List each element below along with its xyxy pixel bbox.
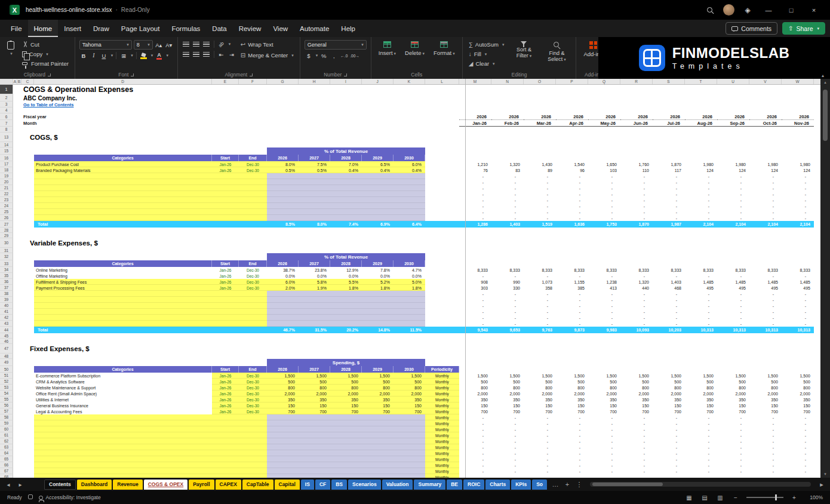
cell-month-value[interactable]: - bbox=[653, 438, 685, 444]
cell-month-value[interactable]: - bbox=[620, 203, 653, 209]
cell-empty-category[interactable] bbox=[34, 209, 212, 215]
column-header-categories[interactable]: Categories bbox=[34, 155, 212, 161]
row-header[interactable]: 34 bbox=[0, 267, 13, 273]
cell-empty-end[interactable] bbox=[239, 450, 267, 456]
cell-year-value[interactable]: 7.0% bbox=[330, 161, 362, 167]
cell-total-month-value[interactable]: 1,987 bbox=[653, 221, 685, 228]
row-header[interactable]: 50 bbox=[0, 366, 13, 373]
cell-year-value[interactable]: 0.0% bbox=[330, 273, 362, 279]
cell-month-value[interactable]: - bbox=[717, 309, 749, 315]
cell-month-value[interactable]: - bbox=[556, 309, 588, 315]
cell-periodicity[interactable]: Monthly bbox=[425, 444, 459, 450]
cell-month-value[interactable]: 1,073 bbox=[524, 279, 556, 285]
row-header[interactable]: 65 bbox=[0, 456, 13, 462]
cell-month-value[interactable]: 96 bbox=[556, 167, 588, 173]
row-header[interactable]: 18 bbox=[0, 167, 13, 173]
cut-button[interactable]: Cut bbox=[20, 40, 70, 49]
cell-fiscal-year-label[interactable]: Fiscal year bbox=[21, 113, 93, 120]
cell-start[interactable]: Jan-26 bbox=[212, 373, 239, 379]
cell-empty-values[interactable] bbox=[267, 438, 425, 444]
cell-month[interactable]: Aug-26 bbox=[685, 120, 717, 127]
cell-empty-start[interactable] bbox=[212, 191, 239, 197]
cell-year-value[interactable]: 150 bbox=[330, 402, 362, 408]
column-header-year[interactable]: 2026 bbox=[267, 155, 299, 161]
cell-empty-category[interactable] bbox=[34, 321, 212, 327]
cell-month-value[interactable]: 1,980 bbox=[749, 161, 782, 167]
cell-month-value[interactable]: - bbox=[556, 303, 588, 309]
cell-month-value[interactable]: - bbox=[717, 456, 749, 462]
cell-company[interactable]: ABC Company Inc. bbox=[21, 94, 201, 102]
column-header-year[interactable]: 2030 bbox=[394, 155, 425, 161]
row-header[interactable]: 53 bbox=[0, 385, 13, 391]
row-header[interactable]: 2 bbox=[0, 94, 13, 102]
cell-total-month-value[interactable]: 10,203 bbox=[653, 327, 685, 333]
cell-empty-values[interactable] bbox=[267, 420, 425, 426]
search-button[interactable] bbox=[702, 3, 718, 17]
cell-month-value[interactable]: 700 bbox=[749, 408, 782, 414]
cell-month-value[interactable]: 350 bbox=[749, 397, 782, 402]
cell-month-value[interactable]: - bbox=[749, 309, 782, 315]
cell-month-value[interactable]: - bbox=[524, 426, 556, 432]
cell-month-value[interactable]: - bbox=[685, 185, 717, 191]
cell-start[interactable]: Jan-26 bbox=[212, 397, 239, 402]
cell-end[interactable]: Dec-30 bbox=[239, 161, 267, 167]
cell-year[interactable]: 2026 bbox=[653, 113, 685, 120]
cell-month-value[interactable]: - bbox=[620, 303, 653, 309]
column-header-h[interactable]: H bbox=[299, 79, 330, 84]
cell-month-value[interactable]: 150 bbox=[685, 402, 717, 408]
cell-year-value[interactable]: 150 bbox=[394, 402, 425, 408]
cell-month-value[interactable]: - bbox=[556, 450, 588, 456]
row-header[interactable]: 7 bbox=[0, 120, 13, 127]
cell-month-value[interactable]: 385 bbox=[556, 285, 588, 291]
font-size-select[interactable]: 8▾ bbox=[134, 40, 153, 50]
cell-end[interactable]: Dec-30 bbox=[239, 373, 267, 379]
sheet-tab-charts[interactable]: Charts bbox=[485, 480, 510, 490]
cell-month-value[interactable]: 800 bbox=[685, 385, 717, 391]
cell-month-value[interactable]: 1,485 bbox=[717, 279, 749, 285]
autosum-button[interactable]: ∑AutoSum▾ bbox=[467, 40, 506, 49]
row-header[interactable]: 59 bbox=[0, 420, 13, 426]
cell-month-value[interactable]: - bbox=[588, 291, 620, 297]
cell-month-value[interactable]: - bbox=[717, 315, 749, 321]
cell-start[interactable]: Jan-26 bbox=[212, 167, 239, 173]
cell-category[interactable]: CRM & Analytics Software bbox=[34, 379, 212, 385]
cell-month-value[interactable]: - bbox=[717, 197, 749, 203]
cell-total-value[interactable]: 20.2% bbox=[330, 327, 362, 333]
sheet-tab-capex[interactable]: CAPEX bbox=[216, 480, 241, 490]
cell-month-value[interactable]: 2,000 bbox=[588, 391, 620, 397]
cell-month-value[interactable]: - bbox=[620, 462, 653, 468]
cell-empty-values[interactable] bbox=[267, 414, 425, 420]
select-all-corner[interactable] bbox=[0, 79, 13, 84]
cell-category[interactable]: Utilities & Internet bbox=[34, 397, 212, 402]
comma-style-button[interactable]: , bbox=[330, 51, 338, 60]
cell-month-value[interactable]: 495 bbox=[717, 285, 749, 291]
column-header-j[interactable]: J bbox=[362, 79, 394, 84]
cell-empty-end[interactable] bbox=[239, 426, 267, 432]
cell-month-value[interactable]: - bbox=[556, 438, 588, 444]
cell-empty-category[interactable] bbox=[34, 197, 212, 203]
cell-month-value[interactable]: - bbox=[749, 414, 782, 420]
cell-month-value[interactable]: - bbox=[620, 173, 653, 179]
column-header-year[interactable]: 2026 bbox=[267, 260, 299, 267]
cell-month-value[interactable]: - bbox=[459, 215, 491, 221]
cell-total-label[interactable]: Total bbox=[36, 221, 72, 228]
cell-end[interactable]: Dec-30 bbox=[239, 267, 267, 273]
row-header[interactable]: 40 bbox=[0, 303, 13, 309]
cell-month-value[interactable]: - bbox=[588, 179, 620, 185]
cell-month-value[interactable]: - bbox=[588, 203, 620, 209]
cell-month[interactable]: Mar-26 bbox=[524, 120, 556, 127]
cell-month-value[interactable]: - bbox=[524, 179, 556, 185]
cell-periodicity[interactable]: Monthly bbox=[425, 462, 459, 468]
cell-month-value[interactable]: - bbox=[749, 315, 782, 321]
cell-month-value[interactable]: - bbox=[459, 179, 491, 185]
cell-month-value[interactable]: - bbox=[782, 203, 814, 209]
cell-month-value[interactable]: 800 bbox=[556, 385, 588, 391]
cell-month-value[interactable]: - bbox=[717, 209, 749, 215]
cell-total-month-value[interactable]: 10,313 bbox=[685, 327, 717, 333]
cell-end[interactable]: Dec-30 bbox=[239, 285, 267, 291]
column-header-year[interactable]: 2026 bbox=[267, 366, 299, 373]
cell-empty-end[interactable] bbox=[239, 468, 267, 474]
row-header[interactable]: 66 bbox=[0, 462, 13, 468]
cell-total-month-value[interactable]: 1,519 bbox=[524, 221, 556, 228]
cell-month-value[interactable]: - bbox=[717, 303, 749, 309]
